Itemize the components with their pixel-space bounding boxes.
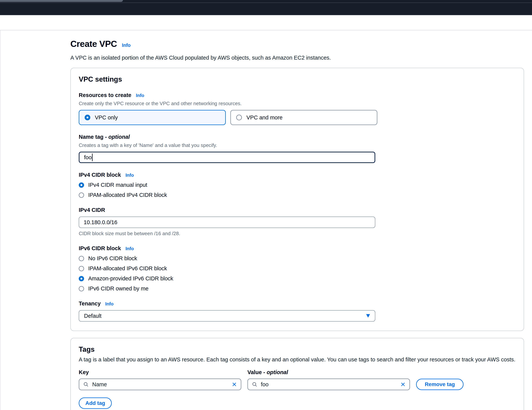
page-title-row: Create VPC Info xyxy=(70,39,532,49)
ipv6-block-info-link[interactable]: Info xyxy=(125,246,134,251)
tag-key-value: Name xyxy=(92,381,228,388)
vpc-settings-card: VPC settings Resources to create Info Cr… xyxy=(70,68,524,331)
console-top-bar xyxy=(0,0,532,15)
radio-unselected-icon xyxy=(79,193,84,198)
resources-to-create-section: Resources to create Info Create only the… xyxy=(79,92,516,125)
tenancy-selected-value: Default xyxy=(84,313,102,319)
tag-value-input[interactable]: foo xyxy=(247,379,410,390)
tile-vpc-and-more-label: VPC and more xyxy=(247,115,283,121)
radio-label: IPv6 CIDR owned by me xyxy=(88,285,149,292)
radio-unselected-icon xyxy=(79,256,84,261)
name-tag-input-value: foo xyxy=(84,154,92,161)
top-bar-divider xyxy=(0,2,532,3)
name-tag-label: Name tag - optional xyxy=(79,134,130,140)
ipv4-cidr-section: IPv4 CIDR 10.180.0.0/16 CIDR block size … xyxy=(79,207,516,236)
tile-vpc-only[interactable]: VPC only xyxy=(79,110,226,125)
triangle-down-icon xyxy=(366,314,370,318)
tile-vpc-and-more[interactable]: VPC and more xyxy=(230,110,377,125)
radio-label: IPv4 CIDR manual input xyxy=(88,182,147,188)
tag-key-input[interactable]: Name xyxy=(79,379,241,390)
remove-tag-button[interactable]: Remove tag xyxy=(416,379,464,390)
radio-ipv4-manual-input[interactable]: IPv4 CIDR manual input xyxy=(79,182,516,188)
radio-ipam-allocated-ipv4[interactable]: IPAM-allocated IPv4 CIDR block xyxy=(79,192,516,198)
radio-label: Amazon-provided IPv6 CIDR block xyxy=(88,275,173,282)
page-title: Create VPC xyxy=(70,39,117,49)
tag-key-column-label: Key xyxy=(79,369,241,375)
ipv4-cidr-input[interactable]: 10.180.0.0/16 xyxy=(79,217,375,228)
name-tag-section: Name tag - optional Creates a tag with a… xyxy=(79,134,516,163)
radio-ipam-allocated-ipv6[interactable]: IPAM-allocated IPv6 CIDR block xyxy=(79,265,516,272)
resources-info-link[interactable]: Info xyxy=(136,93,144,98)
main-content: Create VPC Info A VPC is an isolated por… xyxy=(0,30,532,410)
page-info-link[interactable]: Info xyxy=(122,42,131,48)
tag-value-value: foo xyxy=(261,381,397,388)
name-tag-description: Creates a tag with a key of 'Name' and a… xyxy=(79,142,516,148)
ipv4-block-label: IPv4 CIDR block xyxy=(79,172,121,178)
ipv4-cidr-block-section: IPv4 CIDR block Info IPv4 CIDR manual in… xyxy=(79,172,516,198)
text-cursor xyxy=(92,154,93,161)
radio-amazon-provided-ipv6[interactable]: Amazon-provided IPv6 CIDR block xyxy=(79,275,516,282)
radio-label: IPAM-allocated IPv6 CIDR block xyxy=(88,265,167,272)
tags-description: A tag is a label that you assign to an A… xyxy=(79,356,516,363)
name-tag-input[interactable]: foo xyxy=(79,152,375,163)
ipv4-cidr-input-value: 10.180.0.0/16 xyxy=(84,219,117,225)
radio-unselected-icon xyxy=(79,266,84,271)
radio-unselected-icon xyxy=(79,286,84,291)
radio-label: IPAM-allocated IPv4 CIDR block xyxy=(88,192,167,198)
add-tag-button[interactable]: Add tag xyxy=(79,398,112,409)
tag-editor-grid: Key Value - optional Name xyxy=(79,369,516,390)
tenancy-select[interactable]: Default xyxy=(79,310,375,322)
tenancy-section: Tenancy Info Default xyxy=(79,301,516,322)
ipv4-block-info-link[interactable]: Info xyxy=(125,173,134,178)
clear-key-button[interactable] xyxy=(232,382,237,387)
x-close-icon xyxy=(232,382,237,387)
tags-heading: Tags xyxy=(79,345,516,353)
x-close-icon xyxy=(400,382,406,387)
magnifier-icon xyxy=(252,381,257,387)
browser-tab-remnant xyxy=(0,0,123,2)
ipv4-cidr-constraint: CIDR block size must be between /16 and … xyxy=(79,231,516,236)
radio-label: No IPv6 CIDR block xyxy=(88,255,137,262)
tags-card: Tags A tag is a label that you assign to… xyxy=(70,338,524,410)
radio-no-ipv6[interactable]: No IPv6 CIDR block xyxy=(79,255,516,262)
clear-value-button[interactable] xyxy=(400,382,406,387)
tag-value-column-label: Value - optional xyxy=(247,369,410,375)
ipv6-cidr-block-section: IPv6 CIDR block Info No IPv6 CIDR block … xyxy=(79,245,516,292)
radio-unselected-icon xyxy=(236,115,242,120)
tenancy-info-link[interactable]: Info xyxy=(105,301,114,307)
ipv6-block-label: IPv6 CIDR block xyxy=(79,245,121,252)
radio-selected-icon xyxy=(79,182,84,188)
radio-ipv6-owned-by-me[interactable]: IPv6 CIDR owned by me xyxy=(79,285,516,292)
ipv4-cidr-label: IPv4 CIDR xyxy=(79,207,105,213)
tenancy-label: Tenancy xyxy=(79,301,101,307)
resources-description: Create only the VPC resource or the VPC … xyxy=(79,101,516,107)
vpc-settings-heading: VPC settings xyxy=(79,75,516,83)
page-description: A VPC is an isolated portion of the AWS … xyxy=(70,55,532,61)
tile-vpc-only-label: VPC only xyxy=(95,115,118,121)
radio-selected-icon xyxy=(85,115,90,120)
resources-label: Resources to create xyxy=(79,92,131,98)
magnifier-icon xyxy=(83,381,89,387)
breadcrumb-zone xyxy=(0,15,532,30)
radio-selected-icon xyxy=(79,276,84,281)
